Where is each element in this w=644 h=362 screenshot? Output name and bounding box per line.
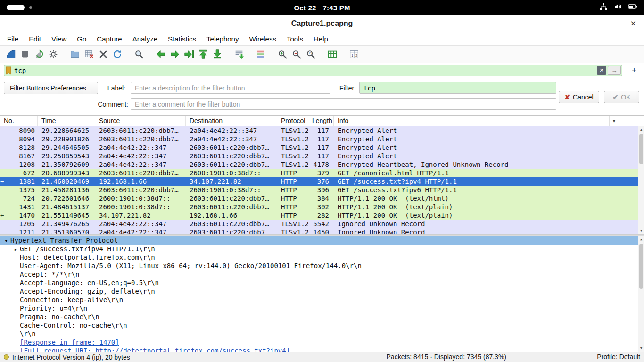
restart-capture-icon[interactable]: [32, 47, 46, 61]
comment-field[interactable]: Enter a comment for the filter button: [131, 98, 556, 110]
auto-scroll-icon[interactable]: [232, 47, 246, 61]
window-close-icon[interactable]: ✕: [628, 18, 638, 29]
first-packet-icon[interactable]: [196, 47, 210, 61]
column-header-time[interactable]: Time: [38, 116, 95, 126]
detail-text: GET /success.txt?ipv4 HTTP/1.1\r\n: [20, 245, 155, 253]
expander-spacer: [11, 305, 20, 313]
label-field[interactable]: Enter a description for the filter butto…: [131, 82, 330, 94]
detail-line-6[interactable]: Accept-Encoding: gzip, deflate\r\n: [0, 287, 644, 296]
filter-buttons-preferences-button[interactable]: Filter Buttons Preferences...: [4, 82, 98, 94]
zoom-out-icon[interactable]: [289, 47, 304, 61]
packet-list-scrollbar[interactable]: ▲▼: [638, 126, 644, 234]
detail-line-8[interactable]: Priority: u=4\r\n: [0, 304, 644, 313]
menu-tools[interactable]: Tools: [281, 33, 308, 44]
menu-wireless[interactable]: Wireless: [244, 33, 281, 44]
detail-line-5[interactable]: Accept-Language: en-US,en;q=0.5\r\n: [0, 279, 644, 287]
detail-line-10[interactable]: Cache-Control: no-cache\r\n: [0, 321, 644, 329]
open-file-icon[interactable]: [68, 47, 82, 61]
detail-line-9[interactable]: Pragma: no-cache\r\n: [0, 313, 644, 321]
packet-row-8167[interactable]: 816729.2508595432a04:4e42:22::3472603:60…: [0, 152, 644, 160]
save-file-icon[interactable]: [82, 47, 96, 61]
cell-length: 117: [308, 143, 334, 152]
clock[interactable]: Oct 22 7:43 PM: [294, 4, 350, 12]
cancel-button[interactable]: ✘ Cancel: [559, 91, 599, 103]
detail-line-1[interactable]: ▸GET /success.txt?ipv4 HTTP/1.1\r\n: [0, 245, 644, 253]
capture-options-icon[interactable]: [46, 47, 60, 61]
expert-info-icon[interactable]: [4, 354, 9, 360]
detail-line-7[interactable]: Connection: keep-alive\r\n: [0, 296, 644, 304]
clock-date: Oct 22: [294, 4, 316, 12]
menu-telephony[interactable]: Telephony: [201, 33, 244, 44]
go-forward-icon[interactable]: [168, 47, 182, 61]
detail-line-11[interactable]: \r\n: [0, 329, 644, 338]
packet-row-8090[interactable]: 809029.2286646252603:6011:c220:dbb7…2a04…: [0, 126, 644, 135]
display-filter-input[interactable]: tcp ✕ →: [4, 65, 622, 76]
detail-link-line[interactable]: [Full request URI: http://detectportal.f…: [0, 346, 644, 352]
packet-row-1208[interactable]: 120821.3507926092a04:4e42:22::3472603:60…: [0, 160, 644, 169]
column-header-destination[interactable]: Destination: [186, 116, 277, 126]
cell-length: 117: [308, 135, 334, 143]
packet-row-1375[interactable]: 137521.4582811362603:6011:c220:dbb7…2600…: [0, 186, 644, 194]
column-menu-icon[interactable]: ▾: [609, 116, 619, 126]
detail-link-line[interactable]: [Response in frame: 1470]: [0, 338, 644, 346]
start-capture-icon[interactable]: [4, 47, 18, 61]
colorize-packets-icon[interactable]: [254, 47, 268, 61]
detail-pane-scrollbar[interactable]: ▲▼: [638, 236, 644, 352]
column-header-source[interactable]: Source: [95, 116, 186, 126]
menu-statistics[interactable]: Statistics: [163, 33, 201, 44]
stop-capture-icon[interactable]: [18, 47, 32, 61]
packet-row-8128[interactable]: 812829.2446465052a04:4e42:22::3472603:60…: [0, 143, 644, 152]
detail-line-2[interactable]: Host: detectportal.firefox.com\r\n: [0, 253, 644, 262]
detail-pane-scrollbar-down-icon[interactable]: ▼: [638, 346, 644, 351]
expander-icon[interactable]: ▸: [11, 246, 20, 253]
menu-capture[interactable]: Capture: [91, 33, 127, 44]
menu-edit[interactable]: Edit: [24, 33, 46, 44]
reload-file-icon[interactable]: [110, 47, 124, 61]
filter-bookmark-icon[interactable]: [6, 66, 11, 75]
packet-row-1211[interactable]: 121121.3513605702a04:4e42:22::3472603:60…: [0, 228, 644, 234]
menu-view[interactable]: View: [46, 33, 72, 44]
packet-row-1431[interactable]: 143121.4846151372600:1901:0:38d7::2603:6…: [0, 203, 644, 211]
packet-row-672[interactable]: 67220.6889993432603:6011:c220:dbb7…2600:…: [0, 169, 644, 177]
packet-row-1381[interactable]: 138121.460020469192.168.1.6634.107.221.8…: [0, 177, 644, 186]
expander-icon[interactable]: ▾: [2, 237, 10, 245]
packet-list-scrollbar-up-icon[interactable]: ▲: [638, 127, 644, 132]
menu-file[interactable]: File: [2, 33, 24, 44]
ok-button[interactable]: ✔ OK: [604, 91, 639, 103]
detail-line-4[interactable]: Accept: */*\r\n: [0, 270, 644, 279]
close-file-icon[interactable]: [96, 47, 110, 61]
filter-field[interactable]: tcp: [359, 82, 556, 94]
packet-list-scrollbar-down-icon[interactable]: ▼: [638, 228, 644, 234]
packet-row-8094[interactable]: 809429.2289018262603:6011:c220:dbb7…2a04…: [0, 135, 644, 143]
two-pane-columns-icon[interactable]: 12: [347, 47, 361, 61]
filter-clear-icon[interactable]: ✕: [597, 66, 606, 75]
menu-go[interactable]: Go: [72, 33, 91, 44]
detail-pane-scrollbar-thumb[interactable]: [639, 244, 643, 289]
detail-line-0[interactable]: ▾Hypertext Transfer Protocol: [0, 236, 644, 245]
detail-line-3[interactable]: User-Agent: Mozilla/5.0 (X11; Linux x86_…: [0, 262, 644, 270]
column-header-info[interactable]: Info: [334, 116, 644, 126]
column-header-length[interactable]: Length: [308, 116, 334, 126]
column-header-protocol[interactable]: Protocol: [277, 116, 308, 126]
column-header-no[interactable]: No.: [0, 116, 38, 126]
zoom-in-icon[interactable]: [275, 47, 289, 61]
display-filter-value[interactable]: tcp: [14, 67, 597, 74]
add-filter-button[interactable]: +: [628, 65, 640, 76]
last-packet-icon[interactable]: [210, 47, 224, 61]
packet-row-1205[interactable]: 120521.3494762652a04:4e42:22::3472603:60…: [0, 220, 644, 228]
find-packet-icon[interactable]: [132, 47, 146, 61]
packet-row-724[interactable]: 72420.7226016462600:1901:0:38d7::2603:60…: [0, 194, 644, 203]
go-to-packet-icon[interactable]: [182, 47, 196, 61]
packet-list-scrollbar-thumb[interactable]: [639, 134, 643, 164]
go-back-icon[interactable]: [154, 47, 168, 61]
filter-apply-icon[interactable]: →: [608, 66, 621, 75]
zoom-100-icon[interactable]: 1:1: [304, 47, 318, 61]
activities-pill[interactable]: [7, 5, 25, 10]
menu-help[interactable]: Help: [308, 33, 333, 44]
menu-analyze[interactable]: Analyze: [127, 33, 163, 44]
profile-label[interactable]: Profile: Default: [597, 353, 640, 361]
detail-pane-scrollbar-up-icon[interactable]: ▲: [638, 237, 644, 242]
system-tray[interactable]: [600, 3, 637, 12]
resize-columns-icon[interactable]: [325, 47, 339, 61]
packet-row-1470[interactable]: 147021.55114964534.107.221.82192.168.1.6…: [0, 211, 644, 220]
